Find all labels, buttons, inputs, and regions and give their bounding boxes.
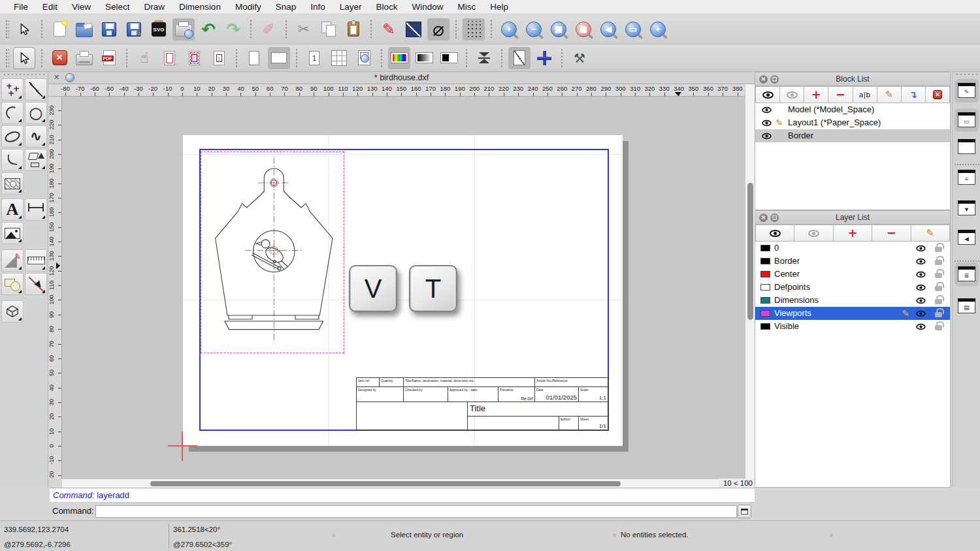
circle-tool-button[interactable]: ○ [25, 102, 47, 124]
ellipse-tool-button[interactable] [1, 125, 24, 148]
show-all-layers-button[interactable] [755, 225, 794, 242]
dock-library-toggle[interactable] [958, 139, 975, 154]
menu-dimension[interactable]: Dimension [172, 0, 228, 14]
menu-misc[interactable]: Misc [451, 0, 483, 14]
zoom-page-button[interactable] [353, 47, 375, 69]
menu-file[interactable]: File [7, 0, 35, 14]
color-mode-button[interactable] [388, 47, 410, 69]
isometric-tool-button[interactable] [1, 300, 24, 323]
lock-icon[interactable] [935, 312, 942, 317]
dock-command-toggle[interactable]: ≣ [958, 266, 975, 281]
layer-list-item[interactable]: Viewports✎ [755, 307, 950, 320]
print-button[interactable] [73, 47, 95, 69]
single-page-button[interactable]: 1 [303, 47, 325, 69]
layer-list-item[interactable]: Border [755, 255, 950, 268]
landscape-orientation-button[interactable] [268, 47, 290, 69]
ellipse-settings-button[interactable]: ⌀ [427, 18, 449, 40]
dock-filter-toggle[interactable]: ▼ [958, 200, 975, 215]
save-button[interactable] [98, 18, 120, 40]
edit-shapes-tool-button[interactable] [1, 273, 24, 295]
zoom-in-button[interactable]: + [498, 18, 520, 40]
points-tool-button[interactable]: +++ [1, 78, 24, 101]
zoom-selected-button[interactable]: ▣ [572, 18, 595, 40]
menu-view[interactable]: View [65, 0, 98, 14]
polyline-tool-button[interactable] [1, 149, 24, 171]
open-file-button[interactable] [73, 18, 95, 40]
settings-button[interactable]: ⚒ [568, 47, 591, 69]
horizontal-scrollbar[interactable] [62, 479, 719, 488]
redo-button[interactable]: ↷ [222, 18, 244, 40]
portrait-orientation-button[interactable] [243, 47, 265, 69]
layer-list-item[interactable]: Defpoints [755, 281, 950, 294]
block-list-item[interactable]: Border [755, 129, 950, 142]
select-line-tool-button[interactable] [25, 273, 47, 295]
insert-block-button[interactable]: ↴ [902, 86, 926, 103]
line-width-scaling-button[interactable] [473, 47, 495, 69]
undo-button[interactable]: ↶ [197, 18, 220, 40]
delete-selected-button[interactable]: ✐ [257, 18, 280, 40]
zoom-pan-button[interactable]: + [647, 18, 669, 40]
lock-icon[interactable] [935, 299, 942, 304]
eye-icon[interactable] [916, 285, 925, 291]
eye-icon[interactable] [916, 311, 925, 317]
save-as-button[interactable]: ✎ [123, 18, 145, 40]
birdhouse-drawing[interactable] [183, 135, 353, 351]
rename-block-button[interactable]: a|b [853, 86, 877, 103]
vertical-scrollbar-thumb[interactable] [747, 183, 753, 320]
lock-icon[interactable] [935, 260, 942, 265]
command-dock-button[interactable] [738, 505, 751, 518]
text-tool-button[interactable]: A [1, 198, 24, 221]
menu-block[interactable]: Block [369, 0, 405, 14]
menu-modify[interactable]: Modify [228, 0, 269, 14]
print-select-pointer-button[interactable] [13, 47, 35, 69]
select-pointer-button[interactable] [13, 18, 35, 40]
eye-icon[interactable] [916, 272, 925, 277]
blackwhite-mode-button[interactable] [438, 47, 460, 69]
layer-list-item[interactable]: 0 [755, 242, 950, 255]
pan-hand-button[interactable]: ☝ [133, 47, 155, 69]
hide-all-blocks-button[interactable] [780, 86, 804, 103]
dock-layer-list-toggle[interactable]: ▭ [958, 112, 975, 127]
dimension-tool-button[interactable] [25, 198, 47, 221]
command-input[interactable] [95, 505, 737, 518]
close-print-preview-button[interactable]: ✕ [48, 47, 71, 69]
spline-tool-button[interactable]: ∿ [25, 125, 47, 148]
menu-draw[interactable]: Draw [137, 0, 172, 14]
lock-icon[interactable] [935, 325, 942, 330]
dock-clipboard-toggle[interactable]: ▤ [958, 298, 975, 313]
edit-layer-button[interactable]: ✎ [911, 225, 950, 242]
grayscale-mode-button[interactable] [413, 47, 435, 69]
line-tool-button[interactable] [25, 78, 47, 101]
layer-list-item[interactable]: Center [755, 268, 950, 281]
block-list-item[interactable]: Model (*Model_Space) [755, 103, 950, 116]
tiled-pages-button[interactable] [328, 47, 350, 69]
hatch-tool-button[interactable] [1, 172, 24, 195]
export-pdf-button[interactable] [98, 47, 120, 69]
hide-all-layers-button[interactable] [794, 225, 833, 242]
new-file-button[interactable] [48, 18, 71, 40]
layer-list-item[interactable]: Dimensions [755, 294, 950, 307]
copy-button[interactable] [318, 18, 340, 40]
menu-select[interactable]: Select [98, 0, 137, 14]
crosshair-toggle-button[interactable] [533, 47, 555, 69]
toolbar-handle[interactable] [5, 20, 9, 39]
delete-block-button[interactable]: ✕ [926, 86, 950, 103]
line-settings-button[interactable] [402, 18, 425, 40]
menu-snap[interactable]: Snap [269, 0, 304, 14]
arc-tool-button[interactable] [1, 102, 24, 124]
lock-icon[interactable] [935, 286, 942, 291]
layer-list-item[interactable]: Visible [755, 320, 950, 333]
lock-icon[interactable] [935, 247, 942, 252]
eye-icon[interactable] [916, 259, 925, 264]
remove-block-button[interactable]: − [828, 86, 853, 103]
dock-block-list-toggle[interactable]: ✎ [958, 83, 975, 98]
remove-layer-button[interactable]: − [872, 225, 911, 242]
cut-button[interactable]: ✂ [293, 18, 315, 40]
toolbar-handle[interactable] [5, 48, 9, 68]
eye-icon[interactable] [916, 298, 925, 304]
menu-edit[interactable]: Edit [35, 0, 65, 14]
eye-icon[interactable] [916, 324, 925, 330]
shapes-tool-button[interactable] [25, 149, 47, 171]
fit-paper-button[interactable] [183, 47, 205, 69]
image-tool-button[interactable] [1, 222, 24, 244]
